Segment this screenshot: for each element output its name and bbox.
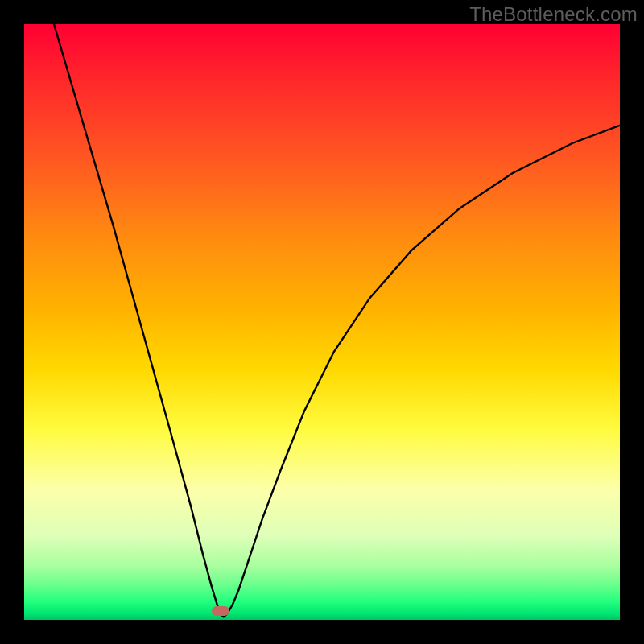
plot-area <box>24 24 620 620</box>
optimum-marker <box>212 606 229 616</box>
chart-frame: TheBottleneck.com <box>0 0 644 644</box>
watermark-text: TheBottleneck.com <box>469 3 638 26</box>
bottleneck-curve <box>24 24 620 620</box>
